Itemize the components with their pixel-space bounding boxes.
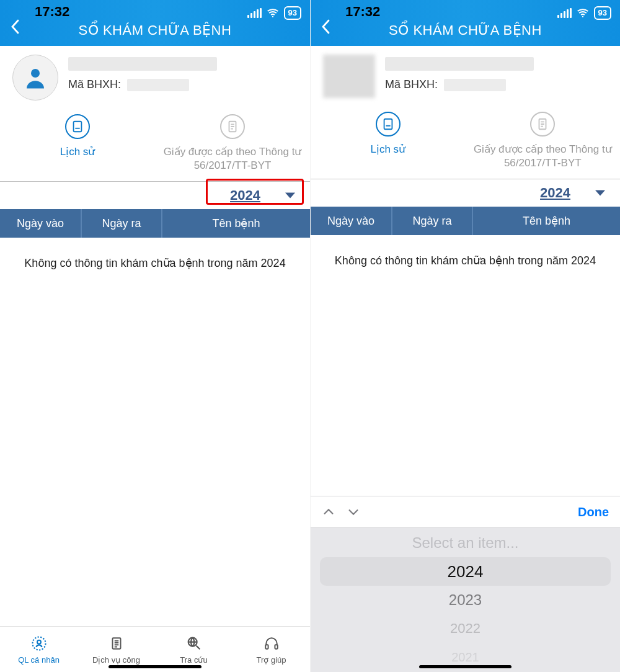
nav-profile-label: QL cá nhân bbox=[18, 655, 60, 665]
document-icon bbox=[536, 117, 549, 131]
svg-point-0 bbox=[272, 16, 273, 17]
signal-icon bbox=[557, 8, 572, 18]
document-icon bbox=[226, 120, 239, 133]
col-ngay-vao: Ngày vào bbox=[311, 207, 391, 235]
home-indicator bbox=[108, 665, 202, 668]
nav-help[interactable]: Trợ giúp bbox=[232, 627, 310, 672]
status-time: 17:32 bbox=[35, 4, 69, 20]
table-header: Ngày vào Ngày ra Tên bệnh bbox=[311, 207, 620, 235]
name-redacted bbox=[385, 57, 534, 71]
tab-certificate[interactable]: Giấy được cấp theo Thông tư 56/2017/TT-B… bbox=[155, 112, 310, 181]
year-selector[interactable]: 2024 bbox=[0, 182, 310, 209]
profile-section: Mã BHXH: bbox=[311, 46, 620, 109]
svg-rect-2 bbox=[74, 122, 82, 132]
bhxh-label: Mã BHXH: bbox=[68, 78, 121, 91]
table-header: Ngày vào Ngày ra Tên bệnh bbox=[0, 209, 310, 238]
profile-info: Mã BHXH: bbox=[68, 55, 217, 91]
book-icon bbox=[381, 117, 395, 131]
page-title: SỔ KHÁM CHỮA BỆNH bbox=[0, 22, 310, 38]
app-header: 17:32 93 SỔ KHÁM CHỮA BỆNH bbox=[0, 0, 310, 46]
svg-point-1 bbox=[31, 69, 40, 78]
battery-badge: 93 bbox=[284, 6, 301, 20]
battery-badge: 93 bbox=[594, 6, 611, 20]
person-icon bbox=[22, 65, 48, 91]
name-redacted bbox=[68, 57, 217, 71]
year-selector[interactable]: 2024 bbox=[311, 179, 620, 207]
picker-option-2024[interactable]: 2024 bbox=[320, 557, 611, 586]
profile-info: Mã BHXH: bbox=[385, 55, 534, 91]
wifi-icon bbox=[577, 7, 589, 19]
annotation-highlight bbox=[206, 179, 304, 205]
nav-search-label: Tra cứu bbox=[180, 655, 207, 665]
svg-rect-11 bbox=[384, 119, 392, 130]
svg-point-5 bbox=[37, 640, 41, 644]
search-globe-icon bbox=[185, 634, 203, 653]
wifi-icon bbox=[267, 7, 279, 19]
headset-icon bbox=[262, 634, 281, 653]
nav-services-label: Dịch vụ công bbox=[92, 655, 140, 665]
svg-point-10 bbox=[582, 16, 583, 17]
status-right: 93 bbox=[557, 6, 611, 20]
picker-toolbar: Done bbox=[311, 496, 620, 528]
col-ngay-ra: Ngày ra bbox=[81, 209, 161, 238]
empty-state: Không có thông tin khám chữa bệnh trong … bbox=[0, 238, 310, 289]
tab-history-label: Lịch sử bbox=[60, 145, 95, 159]
tabs: Lịch sử Giấy được cấp theo Thông tư 56/2… bbox=[0, 112, 310, 181]
signal-icon bbox=[247, 8, 262, 18]
bhxh-redacted bbox=[127, 79, 189, 91]
clipboard-icon bbox=[107, 634, 126, 653]
picker-wheel[interactable]: Select an item... 2024 2023 2022 2021 bbox=[311, 528, 620, 672]
col-ten-benh: Tên bệnh bbox=[161, 209, 310, 238]
col-ten-benh: Tên bệnh bbox=[472, 207, 620, 235]
year-picker: Done Select an item... 2024 2023 2022 20… bbox=[311, 496, 620, 672]
status-right: 93 bbox=[247, 6, 301, 20]
nav-help-label: Trợ giúp bbox=[257, 655, 286, 665]
avatar bbox=[12, 55, 58, 101]
bottom-nav: QL cá nhân Dịch vụ công Tra cứu Trợ giúp bbox=[0, 626, 310, 672]
col-ngay-ra: Ngày ra bbox=[391, 207, 472, 235]
tabs: Lịch sử Giấy được cấp theo Thông tư 56/2… bbox=[311, 109, 620, 179]
svg-rect-8 bbox=[265, 645, 268, 649]
year-value: 2024 bbox=[540, 185, 570, 201]
picker-placeholder: Select an item... bbox=[311, 529, 620, 557]
chevron-up-icon[interactable] bbox=[322, 505, 335, 519]
chevron-down-icon[interactable] bbox=[347, 505, 360, 519]
home-indicator bbox=[419, 665, 512, 668]
tab-certificate-label: Giấy được cấp theo Thông tư 56/2017/TT-B… bbox=[162, 145, 303, 172]
gear-profile-icon bbox=[30, 634, 48, 653]
profile-section: Mã BHXH: bbox=[0, 46, 310, 112]
tab-history[interactable]: Lịch sử bbox=[0, 112, 155, 181]
done-button[interactable]: Done bbox=[578, 505, 609, 519]
picker-option-2023[interactable]: 2023 bbox=[311, 586, 620, 614]
tab-certificate[interactable]: Giấy được cấp theo Thông tư 56/2017/TT-B… bbox=[466, 109, 621, 179]
right-screen: 17:32 93 SỔ KHÁM CHỮA BỆNH Mã BHXH: bbox=[310, 0, 620, 672]
nav-profile[interactable]: QL cá nhân bbox=[0, 627, 78, 672]
tab-history-label: Lịch sử bbox=[370, 143, 405, 156]
bhxh-redacted bbox=[444, 79, 506, 91]
tab-history[interactable]: Lịch sử bbox=[311, 109, 466, 179]
left-screen: 17:32 93 SỔ KHÁM CHỮA BỆNH Mã BHXH: bbox=[0, 0, 310, 672]
chevron-down-icon bbox=[595, 190, 605, 196]
status-time: 17:32 bbox=[345, 4, 380, 20]
book-icon bbox=[71, 120, 84, 133]
page-title: SỔ KHÁM CHỮA BỆNH bbox=[311, 22, 620, 38]
app-header: 17:32 93 SỔ KHÁM CHỮA BỆNH bbox=[311, 0, 620, 46]
picker-option-2022[interactable]: 2022 bbox=[311, 614, 620, 643]
empty-state: Không có thông tin khám chữa bệnh trong … bbox=[311, 235, 620, 286]
avatar-blurred bbox=[323, 55, 375, 98]
col-ngay-vao: Ngày vào bbox=[0, 209, 81, 238]
bhxh-label: Mã BHXH: bbox=[385, 78, 438, 91]
svg-rect-9 bbox=[275, 645, 277, 649]
tab-certificate-label: Giấy được cấp theo Thông tư 56/2017/TT-B… bbox=[473, 143, 613, 170]
